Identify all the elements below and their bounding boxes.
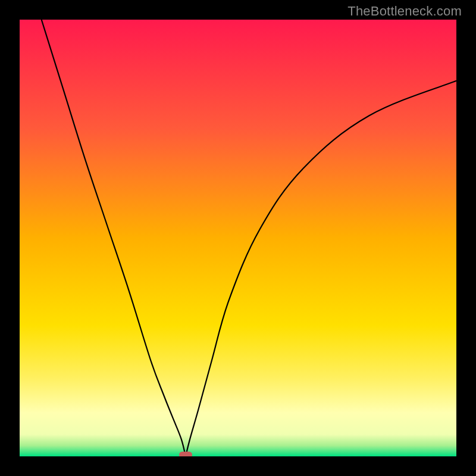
bottleneck-curve: [20, 20, 456, 456]
watermark-text: TheBottleneck.com: [347, 4, 462, 19]
plot-area: [20, 20, 456, 456]
chart-frame: TheBottleneck.com: [0, 0, 476, 476]
optimal-marker: [179, 452, 192, 456]
